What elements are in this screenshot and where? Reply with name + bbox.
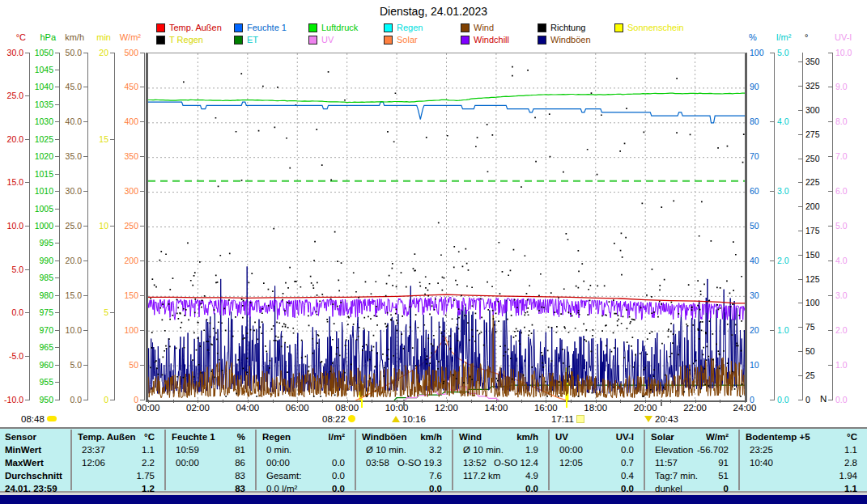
table-cell-value: 4.9 — [459, 471, 538, 481]
axis-tick-label: 1045 — [18, 66, 53, 74]
legend-item-wind: Wind — [461, 23, 494, 32]
legend-item-et: ET — [234, 35, 258, 44]
axis-tick-label: -5.0 — [0, 352, 23, 361]
table-cell-value: 3.2 — [362, 445, 442, 455]
x-axis-label: 04:00 — [236, 403, 259, 413]
axis-tick-label: 125 — [805, 275, 841, 284]
x-axis-hour-tick — [173, 400, 174, 403]
axis-tick — [55, 209, 59, 210]
table-row-label: MaxWert — [5, 458, 44, 468]
table-cell-value: 7.6 — [362, 471, 442, 481]
legend-label: Windchill — [474, 35, 509, 44]
legend-item-luftdruck: Luftdruck — [308, 23, 358, 32]
axis-unit-label: ° — [805, 32, 837, 42]
x-axis-label: 16:00 — [534, 403, 558, 413]
x-axis-hour-tick — [645, 400, 646, 403]
legend-swatch-icon — [234, 23, 243, 32]
axis-event-tick — [566, 400, 567, 408]
axis-tick — [798, 86, 802, 87]
axis-extra-label: N — [820, 395, 827, 404]
axis-tick-label: 350 — [805, 57, 841, 66]
axis-tick-label: 20.0 — [46, 256, 82, 265]
axis-tick-label: 1.0 — [835, 361, 867, 370]
sunset-icon — [644, 416, 652, 422]
axis-tick-label: 2.0 — [835, 326, 867, 335]
axis-tick — [140, 400, 144, 400]
axis-tick — [110, 312, 114, 313]
table-cell-value: 0.0 — [262, 471, 345, 481]
table-column-separator — [452, 430, 453, 490]
legend-item-feuchte-1: Feuchte 1 — [234, 23, 287, 32]
axis-tick — [140, 87, 144, 87]
x-axis-hour-tick — [297, 400, 298, 403]
axis-tick-label: 300 — [103, 187, 138, 196]
axis-tick — [770, 191, 774, 192]
x-axis-hour-tick — [148, 400, 149, 403]
x-axis-hour-tick — [620, 400, 621, 403]
axis-tick — [55, 312, 59, 313]
axis-tick-label: 100 — [103, 326, 138, 335]
axis-tick — [798, 182, 802, 183]
table-sensor-unit: W/m² — [651, 432, 729, 443]
axis-tick-label: 40.0 — [46, 117, 82, 126]
sun-marker-time: 10:16 — [402, 414, 426, 424]
axis-tick — [770, 400, 774, 400]
table-cell-value: 1.1 — [746, 445, 857, 455]
legend-label: Temp. Außen — [169, 23, 222, 32]
axis-tick-label: 100 — [805, 299, 841, 307]
table-cell-label: 0 min. — [266, 445, 291, 455]
chart-plot-area — [146, 53, 747, 402]
table-column-separator — [644, 430, 645, 490]
axis-tick — [140, 53, 144, 53]
table-cell-value: 1.9 — [459, 445, 538, 455]
table-cell-value: 91 — [651, 458, 729, 468]
sun-marker-time: 17:11 — [551, 414, 574, 424]
table-column-separator — [164, 430, 166, 490]
axis-unit-label: hPa — [23, 32, 56, 42]
axis-tick — [798, 255, 802, 256]
page-title: Dienstag, 24.01.2023 — [0, 5, 867, 18]
x-axis-hour-tick — [720, 400, 720, 403]
table-cell-value: 0.4 — [555, 471, 634, 481]
axis-tick — [140, 365, 144, 366]
sun-marker-time: 20:43 — [655, 414, 678, 424]
table-cell-value: 1.94 — [746, 471, 857, 481]
axis-tick-label: 3.0 — [777, 187, 813, 196]
axis-tick-label: 25.0 — [0, 91, 23, 100]
axis-tick-label: 975 — [18, 308, 53, 317]
axis-tick-label: 450 — [103, 83, 138, 91]
axis-tick-label: 15.0 — [0, 178, 23, 187]
table-cell-value: 0 — [651, 484, 729, 494]
table-cell-value: 51 — [651, 471, 729, 481]
sun-cloud-icon — [47, 416, 57, 421]
axis-tick — [55, 104, 59, 105]
axis-tick-label: 0 — [103, 396, 138, 404]
axis-tick-label: 6.0 — [835, 187, 867, 196]
legend-swatch-icon — [156, 36, 165, 44]
axis-tick — [828, 87, 832, 87]
axis-tick — [798, 400, 802, 400]
axis-tick-label: 30 — [750, 291, 785, 300]
axis-tick — [828, 156, 832, 157]
legend-swatch-icon — [461, 23, 470, 32]
legend-label: Richtung — [550, 23, 585, 32]
axis-tick — [798, 61, 802, 62]
axis-tick — [828, 260, 832, 261]
axis-tick-label: 5.0 — [835, 222, 867, 231]
x-axis-hour-tick — [347, 400, 348, 403]
axis-tick-label: 1035 — [18, 100, 53, 109]
axis-tick — [110, 139, 114, 140]
axis-unit-label: min — [79, 32, 111, 42]
x-axis-label: 12:00 — [435, 403, 458, 413]
table-cell-value: 81 — [172, 445, 245, 455]
axis-event-tick — [661, 400, 662, 406]
table-sensor-unit: °C — [746, 432, 857, 443]
axis-tick-label: 400 — [103, 117, 138, 126]
axis-tick — [25, 182, 29, 183]
axis-tick-label: 8.0 — [835, 117, 867, 126]
x-axis-label: 24:00 — [733, 403, 757, 413]
axis-tick-label: 5 — [73, 308, 108, 317]
axis-tick-label: 9.0 — [835, 83, 867, 91]
table-cell-value: 1.75 — [78, 471, 155, 481]
sun-icon — [348, 415, 355, 422]
